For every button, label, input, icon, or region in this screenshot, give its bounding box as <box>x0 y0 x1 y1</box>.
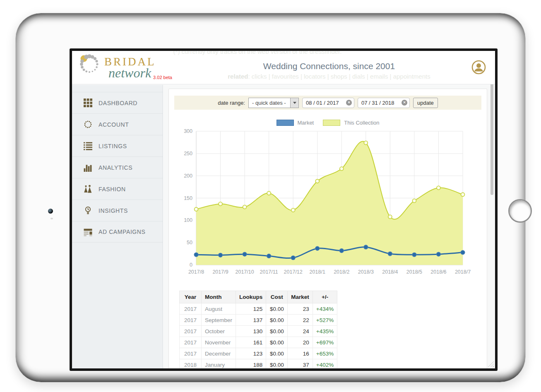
table-cell: 2018 <box>180 359 202 370</box>
table-header-cell: Month <box>202 291 236 303</box>
table-cell: 137 <box>236 315 266 326</box>
brand-name-line2: network <box>108 67 151 79</box>
sidebar-item-listings[interactable]: LISTINGS <box>72 135 163 156</box>
table-cell: +434% <box>313 303 337 315</box>
sidebar-item-label: AD CAMPAIGNS <box>99 228 146 235</box>
sidebar-item-label: ACCOUNT <box>99 121 129 128</box>
table-cell: 130 <box>236 326 266 337</box>
table-cell: 20 <box>288 337 313 348</box>
sidebar-item-insights[interactable]: INSIGHTS <box>72 200 163 221</box>
chart-legend: MarketThis Collection <box>169 120 487 126</box>
date-range-label: date range: <box>218 100 245 106</box>
resize-grip[interactable] <box>488 361 494 367</box>
vertical-scrollbar[interactable] <box>491 82 493 195</box>
date-range-toolbar: date range: - quick dates - 08 / 01 / 20… <box>174 96 481 110</box>
table-header-cell: +/- <box>313 291 337 303</box>
svg-text:2018/7: 2018/7 <box>455 269 471 275</box>
table-cell: $0.00 <box>266 303 288 315</box>
bar-chart-icon <box>84 163 92 172</box>
legend-item-market[interactable]: Market <box>277 120 314 126</box>
table-cell: +527% <box>313 315 337 326</box>
brand-logo[interactable]: BRIDAL network 3.02 beta <box>78 53 172 79</box>
table-cell: 24 <box>288 326 313 337</box>
chevron-down-icon <box>290 98 298 108</box>
table-row: 2018January188$0.0037+402% <box>180 359 337 370</box>
table-cell: October <box>202 326 236 337</box>
table-cell: $0.00 <box>266 348 288 359</box>
table-cell: January <box>202 359 236 370</box>
svg-text:2017/11: 2017/11 <box>260 269 278 275</box>
clear-start-date-icon[interactable]: ✕ <box>346 100 352 106</box>
grid-icon <box>84 99 92 107</box>
table-cell: +697% <box>313 337 337 348</box>
table-cell: 37 <box>288 359 313 370</box>
sidebar-item-ad-campaigns[interactable]: AD CAMPAIGNS <box>72 221 163 243</box>
table-cell: 188 <box>236 359 266 370</box>
sidebar-item-analytics[interactable]: ANALYTICS <box>72 156 163 178</box>
table-row: 2017October130$0.0024+435% <box>180 326 337 337</box>
sidebar-item-label: INSIGHTS <box>99 207 128 214</box>
svg-text:2017/9: 2017/9 <box>212 269 228 275</box>
sidebar-item-label: LISTINGS <box>99 143 127 149</box>
svg-text:2018/6: 2018/6 <box>430 269 446 275</box>
table-cell: 2017 <box>180 303 202 315</box>
table-cell: 2017 <box>180 326 202 337</box>
list-icon <box>84 142 92 150</box>
user-account-icon[interactable] <box>471 60 486 75</box>
svg-text:2018/1: 2018/1 <box>310 269 325 275</box>
table-cell: 22 <box>288 315 313 326</box>
sidebar-item-fashion[interactable]: FASHION <box>72 178 163 200</box>
front-camera <box>48 209 53 214</box>
svg-text:2017/12: 2017/12 <box>284 269 303 275</box>
sidebar-nav: DASHBOARDACCOUNTLISTINGSANALYTICSFASHION… <box>72 85 163 368</box>
table-cell: $0.00 <box>266 359 288 370</box>
sidebar-item-account[interactable]: ACCOUNT <box>72 113 163 135</box>
table-row: 2017August125$0.0023+434% <box>180 303 337 315</box>
quick-dates-select[interactable]: - quick dates - <box>248 98 299 108</box>
main-content: date range: - quick dates - 08 / 01 / 20… <box>164 85 495 368</box>
table-cell: 123 <box>236 348 266 359</box>
legend-swatch <box>277 120 294 126</box>
table-cell: December <box>202 348 236 359</box>
sidebar-item-label: ANALYTICS <box>99 164 132 171</box>
svg-text:150: 150 <box>184 195 192 201</box>
table-cell: $0.00 <box>266 326 288 337</box>
table-cell: August <box>202 303 236 315</box>
legend-label: This Collection <box>344 120 379 126</box>
legend-item-this-collection[interactable]: This Collection <box>323 120 379 126</box>
legend-label: Market <box>298 120 314 126</box>
legend-swatch <box>323 120 340 126</box>
camera-sensor-dot <box>50 218 53 219</box>
table-cell: +435% <box>313 326 337 337</box>
table-row: 2017November161$0.0020+697% <box>180 337 337 348</box>
table-cell: 16 <box>288 348 313 359</box>
table-cell: $0.00 <box>266 315 288 326</box>
table-header-cell: Lookups <box>236 291 266 303</box>
table-cell: $0.00 <box>266 337 288 348</box>
sidebar-item-dashboard[interactable]: DASHBOARD <box>72 92 163 113</box>
end-date-input[interactable]: 07 / 31 / 2018 ✕ <box>358 98 410 108</box>
table-cell: September <box>202 315 236 326</box>
home-button[interactable] <box>508 199 532 223</box>
analytics-chart: 2017/82017/92017/102017/112017/122018/12… <box>180 127 472 281</box>
svg-text:2018/3: 2018/3 <box>358 269 374 275</box>
update-button[interactable]: update <box>413 98 438 108</box>
svg-text:2017/10: 2017/10 <box>235 269 254 275</box>
svg-text:2017/8: 2017/8 <box>188 269 204 275</box>
table-cell: 161 <box>236 337 266 348</box>
clear-end-date-icon[interactable]: ✕ <box>402 100 407 106</box>
analytics-panel: date range: - quick dates - 08 / 01 / 20… <box>168 89 487 371</box>
app-header: (*) currently only tracks on the web ver… <box>72 51 495 84</box>
table-row: 2017September137$0.0022+527% <box>180 315 337 326</box>
svg-text:100: 100 <box>184 217 192 223</box>
start-date-input[interactable]: 08 / 01 / 2017 ✕ <box>302 98 354 108</box>
table-cell: November <box>202 337 236 348</box>
svg-text:300: 300 <box>184 128 192 134</box>
dresses-icon <box>84 185 92 193</box>
table-cell: 2017 <box>180 315 202 326</box>
sidebar-item-label: DASHBOARD <box>99 100 137 106</box>
table-cell: +653% <box>313 348 337 359</box>
monthly-stats-table: YearMonthLookupsCostMarket+/- 2017August… <box>179 291 337 370</box>
ad-layout-icon <box>84 228 92 236</box>
dotted-circle-icon <box>84 120 92 129</box>
